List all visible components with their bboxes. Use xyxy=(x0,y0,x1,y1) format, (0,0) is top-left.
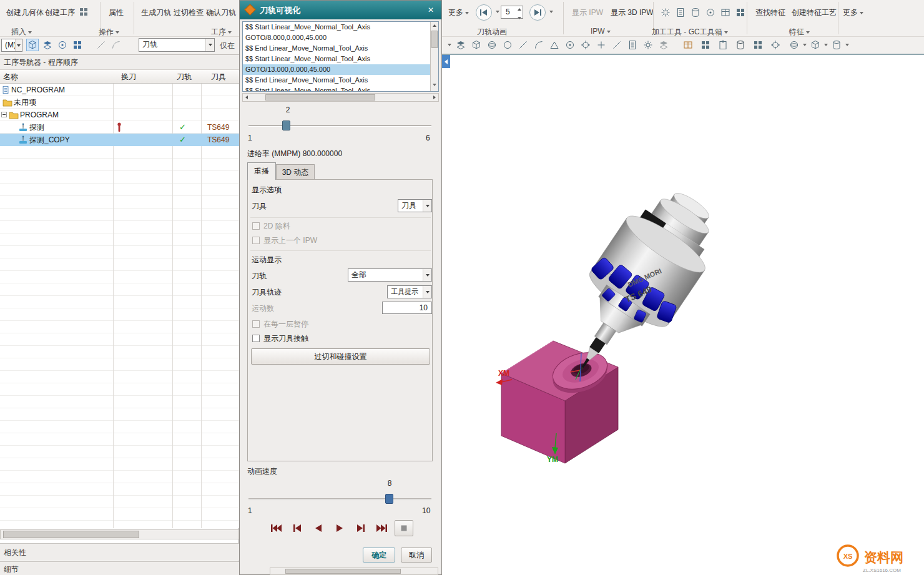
tree-row-program[interactable]: PROGRAM xyxy=(0,109,239,121)
gear-icon[interactable] xyxy=(642,39,654,51)
graphics-viewport[interactable]: XM YM xyxy=(442,55,924,575)
animation-play-back-button[interactable] xyxy=(476,4,492,21)
machine-sim-icon[interactable] xyxy=(659,6,672,19)
tab-replay[interactable]: 重播 xyxy=(247,162,276,180)
scroll-down-icon[interactable] xyxy=(433,80,436,89)
chevron-down-icon[interactable] xyxy=(423,269,431,281)
setup-icon[interactable] xyxy=(734,6,747,19)
sphere-view-icon[interactable] xyxy=(788,39,800,51)
triangle-tool-icon[interactable] xyxy=(548,39,561,51)
properties-button[interactable]: 属性 xyxy=(106,5,126,20)
2d-removal-checkbox[interactable] xyxy=(252,222,260,230)
tab-3d-dynamic[interactable]: 3D 动态 xyxy=(276,164,315,180)
show-ipw-button[interactable]: 显示 IPW xyxy=(569,5,606,20)
create-feature-process-button[interactable]: 创建特征工艺 xyxy=(789,5,839,20)
dependencies-panel-header[interactable]: 相关性 xyxy=(0,543,239,561)
table-icon[interactable] xyxy=(682,39,694,51)
select-point-icon[interactable] xyxy=(56,39,69,51)
chevron-down-icon[interactable] xyxy=(423,200,431,212)
column-toolchange[interactable]: 换刀 xyxy=(121,72,136,82)
chevron-down-icon[interactable] xyxy=(423,286,431,298)
play-reverse-button[interactable] xyxy=(308,519,328,538)
play-button[interactable] xyxy=(330,519,350,538)
chevron-down-icon[interactable] xyxy=(205,39,214,51)
chevron-down-icon[interactable] xyxy=(549,11,553,13)
group-ipw[interactable]: IPW xyxy=(591,27,611,36)
calendar-grid-icon[interactable] xyxy=(77,6,90,18)
scroll-right-icon[interactable] xyxy=(433,96,436,99)
name-filter-combo[interactable]: (M) xyxy=(1,39,22,52)
step-back-button[interactable] xyxy=(287,519,307,538)
create-operation-button[interactable]: 创建工序 xyxy=(42,5,77,20)
column-toolpath[interactable]: 刀轨 xyxy=(177,72,192,82)
animation-frame-spinner[interactable]: 5 xyxy=(501,6,523,19)
cylinder-icon[interactable] xyxy=(734,39,747,51)
gcode-line[interactable]: $$ Start Linear_Move_Normal_Tool_Axis xyxy=(243,54,431,64)
gcode-line[interactable]: GOTO/8.000,0.000,45.000 xyxy=(243,32,431,43)
gcode-line-selected[interactable]: GOTO/13.000,0.000,45.000 xyxy=(243,64,431,75)
chevron-down-icon[interactable] xyxy=(15,39,22,51)
show-3d-ipw-button[interactable]: 显示 3D IPW xyxy=(608,5,656,20)
gcode-line[interactable]: $$ Start Linear_Move_Normal_Tool_Axis xyxy=(243,22,431,32)
gcode-line[interactable]: $$ End Linear_Move_Normal_Tool_Axis xyxy=(243,75,431,86)
circle-tool-icon[interactable] xyxy=(501,39,514,51)
pause-each-layer-checkbox[interactable] xyxy=(252,320,260,328)
arc-tool-icon[interactable] xyxy=(533,39,545,51)
clipboard-icon[interactable] xyxy=(717,39,729,51)
tree-row-probe-copy[interactable]: 探测_COPY ✓ TS649 xyxy=(0,134,239,146)
navigator-tree[interactable]: NC_PROGRAM 未用项 PROGRAM 探测 ✓ TS649 探测_COP… xyxy=(0,84,239,528)
column-name[interactable]: 名称 xyxy=(3,72,18,82)
tree-row-nc-program[interactable]: NC_PROGRAM xyxy=(0,84,239,96)
shaded-view-icon[interactable] xyxy=(470,39,483,51)
chevron-down-icon[interactable] xyxy=(803,44,807,46)
select-line-icon[interactable] xyxy=(95,39,107,51)
chevron-down-icon[interactable] xyxy=(496,11,499,13)
tree-row-unused[interactable]: 未用项 xyxy=(0,96,239,109)
verify-toolpath-button[interactable]: 确认刀轨 xyxy=(204,5,238,20)
doc-tool-icon[interactable] xyxy=(626,39,639,51)
stop-button[interactable] xyxy=(395,520,413,536)
measure-icon[interactable] xyxy=(611,39,623,51)
scrollbar-thumb[interactable] xyxy=(431,31,438,48)
menu-dropdown-icon[interactable] xyxy=(448,44,451,46)
ok-button[interactable]: 确定 xyxy=(363,548,395,563)
toolpath-display-combo[interactable]: 全部 xyxy=(348,268,432,282)
find-feature-button[interactable]: 查找特征 xyxy=(753,5,788,20)
animation-play-forward-button[interactable] xyxy=(529,4,546,21)
more-right-button[interactable]: 更多 xyxy=(840,5,866,20)
scroll-left-icon[interactable] xyxy=(245,96,248,99)
cancel-button[interactable]: 取消 xyxy=(401,548,432,563)
more-left-button[interactable]: 更多 xyxy=(446,5,471,20)
tool-library-icon[interactable] xyxy=(689,6,702,19)
gcode-listbox[interactable]: $$ Start Linear_Move_Normal_Tool_Axis GO… xyxy=(242,21,439,92)
tool-trace-combo[interactable]: 工具提示 xyxy=(387,285,432,298)
scrollbar-thumb[interactable] xyxy=(265,94,375,101)
chevron-down-icon[interactable] xyxy=(845,44,849,46)
solid-view-icon[interactable] xyxy=(830,39,843,51)
gouge-collision-settings-button[interactable]: 过切和碰撞设置 xyxy=(251,348,430,365)
column-tool[interactable]: 刀具 xyxy=(211,72,226,82)
tree-row-probe[interactable]: 探测 ✓ TS649 xyxy=(0,121,239,134)
pattern-icon[interactable] xyxy=(752,39,764,51)
gcode-line[interactable]: $$ Start Linear_Move_Normal_Tool_Axis xyxy=(243,86,431,92)
spinner-up-icon[interactable] xyxy=(518,8,521,11)
motion-count-field[interactable]: 10 xyxy=(382,302,432,314)
step-forward-button[interactable] xyxy=(351,519,371,538)
select-layers-icon[interactable] xyxy=(41,39,54,51)
show-last-ipw-checkbox[interactable] xyxy=(252,237,260,244)
layers-icon[interactable] xyxy=(657,39,670,51)
speed-slider-thumb[interactable] xyxy=(385,494,393,504)
gcode-hscrollbar[interactable] xyxy=(242,93,439,102)
plus-tool-icon[interactable] xyxy=(595,39,607,51)
gcode-line[interactable]: $$ End Linear_Move_Normal_Tool_Axis xyxy=(243,43,431,54)
line-slider-track[interactable] xyxy=(248,125,431,127)
line-slider-thumb[interactable] xyxy=(282,120,290,130)
visibility-icon[interactable] xyxy=(455,39,467,51)
dialog-bottom-scrollbar[interactable] xyxy=(270,568,438,575)
spinner-down-icon[interactable] xyxy=(518,13,521,22)
tool-display-combo[interactable]: 刀具 xyxy=(398,199,432,212)
gouge-check-button[interactable]: 过切检查 xyxy=(171,5,206,20)
generate-toolpath-button[interactable]: 生成刀轨 xyxy=(139,5,174,20)
details-panel-header[interactable]: 细节 xyxy=(0,561,239,575)
scrollbar-thumb[interactable] xyxy=(285,569,401,574)
